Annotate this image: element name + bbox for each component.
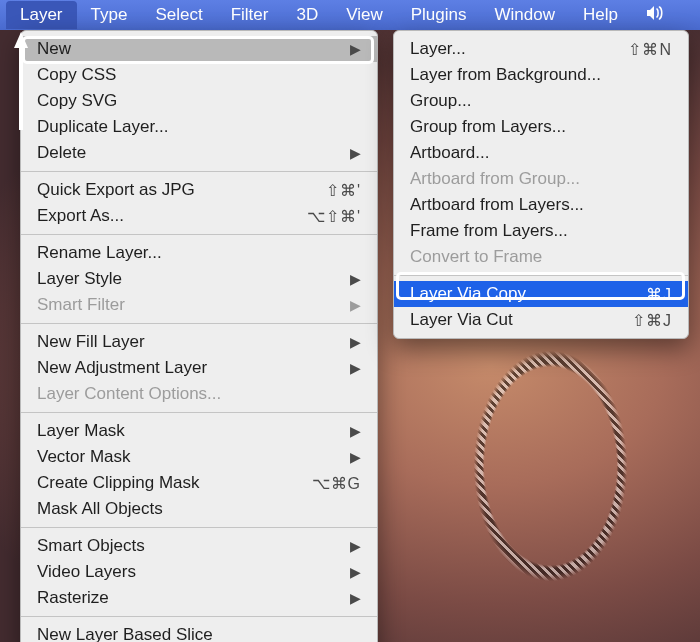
- chevron-right-icon: ▶: [350, 449, 361, 465]
- menu-item-delete[interactable]: Delete▶: [21, 140, 377, 166]
- menu-item-layer-content-options: Layer Content Options...: [21, 381, 377, 407]
- menubar-label: Filter: [231, 5, 269, 24]
- menu-item-mask-all-objects[interactable]: Mask All Objects: [21, 496, 377, 522]
- chevron-right-icon: ▶: [350, 538, 361, 554]
- menu-item-new[interactable]: New▶: [21, 36, 377, 62]
- menu-item-label: New: [37, 39, 71, 59]
- menubar-label: 3D: [296, 5, 318, 24]
- menubar-label: Layer: [20, 5, 63, 24]
- chevron-right-icon: ▶: [350, 423, 361, 439]
- menu-item-video-layers[interactable]: Video Layers▶: [21, 559, 377, 585]
- menu-item-copy-css[interactable]: Copy CSS: [21, 62, 377, 88]
- menu-item-layer-style[interactable]: Layer Style▶: [21, 266, 377, 292]
- menu-item-label: Smart Objects: [37, 536, 145, 556]
- submenu-item-layer[interactable]: Layer...⇧⌘N: [394, 36, 688, 62]
- menubar-item-plugins[interactable]: Plugins: [397, 1, 481, 29]
- submenu-item-frame-from-layers[interactable]: Frame from Layers...: [394, 218, 688, 244]
- chevron-right-icon: ▶: [350, 590, 361, 606]
- menu-shortcut: ⌥⇧⌘': [307, 207, 361, 226]
- menu-item-label: Layer Via Cut: [410, 310, 513, 330]
- menu-item-label: Layer Style: [37, 269, 122, 289]
- menu-bar: Layer Type Select Filter 3D View Plugins…: [0, 0, 700, 30]
- menubar-label: Type: [91, 5, 128, 24]
- menu-separator: [21, 616, 377, 617]
- menu-item-label: Rasterize: [37, 588, 109, 608]
- menu-item-label: Layer...: [410, 39, 466, 59]
- chevron-right-icon: ▶: [350, 334, 361, 350]
- menu-separator: [21, 323, 377, 324]
- menu-item-new-layer-based-slice[interactable]: New Layer Based Slice: [21, 622, 377, 642]
- menu-item-label: New Layer Based Slice: [37, 625, 213, 642]
- chevron-right-icon: ▶: [350, 360, 361, 376]
- menu-item-label: Group from Layers...: [410, 117, 566, 137]
- menu-shortcut: ⇧⌘J: [632, 311, 672, 330]
- menu-item-label: Artboard from Group...: [410, 169, 580, 189]
- new-submenu: Layer...⇧⌘N Layer from Background... Gro…: [393, 30, 689, 339]
- volume-icon[interactable]: [636, 1, 674, 30]
- menu-item-label: Copy SVG: [37, 91, 117, 111]
- menu-item-label: New Adjustment Layer: [37, 358, 207, 378]
- menu-item-label: Layer Via Copy: [410, 284, 526, 304]
- menu-item-smart-filter: Smart Filter▶: [21, 292, 377, 318]
- menu-item-label: Create Clipping Mask: [37, 473, 200, 493]
- menu-item-export-as[interactable]: Export As...⌥⇧⌘': [21, 203, 377, 229]
- chevron-right-icon: ▶: [350, 271, 361, 287]
- submenu-item-artboard-from-group: Artboard from Group...: [394, 166, 688, 192]
- menubar-item-filter[interactable]: Filter: [217, 1, 283, 29]
- menu-item-label: Video Layers: [37, 562, 136, 582]
- menu-item-label: Duplicate Layer...: [37, 117, 168, 137]
- chevron-right-icon: ▶: [350, 297, 361, 313]
- menubar-item-view[interactable]: View: [332, 1, 397, 29]
- menu-item-create-clipping-mask[interactable]: Create Clipping Mask⌥⌘G: [21, 470, 377, 496]
- menubar-item-layer[interactable]: Layer: [6, 1, 77, 29]
- menu-item-label: Copy CSS: [37, 65, 116, 85]
- menu-separator: [21, 234, 377, 235]
- menu-item-label: Export As...: [37, 206, 124, 226]
- submenu-item-layer-via-copy[interactable]: Layer Via Copy⌘J: [394, 281, 688, 307]
- layer-menu-dropdown: New▶ Copy CSS Copy SVG Duplicate Layer..…: [20, 30, 378, 642]
- menubar-item-help[interactable]: Help: [569, 1, 632, 29]
- menu-item-label: Quick Export as JPG: [37, 180, 195, 200]
- submenu-item-group[interactable]: Group...: [394, 88, 688, 114]
- menu-item-layer-mask[interactable]: Layer Mask▶: [21, 418, 377, 444]
- menubar-item-window[interactable]: Window: [480, 1, 568, 29]
- menu-item-quick-export[interactable]: Quick Export as JPG⇧⌘': [21, 177, 377, 203]
- menu-item-duplicate-layer[interactable]: Duplicate Layer...: [21, 114, 377, 140]
- menu-item-label: Convert to Frame: [410, 247, 542, 267]
- submenu-item-artboard[interactable]: Artboard...: [394, 140, 688, 166]
- menubar-label: Window: [494, 5, 554, 24]
- submenu-item-convert-to-frame: Convert to Frame: [394, 244, 688, 270]
- menu-item-rename-layer[interactable]: Rename Layer...: [21, 240, 377, 266]
- chevron-right-icon: ▶: [350, 41, 361, 57]
- menu-item-label: Delete: [37, 143, 86, 163]
- menu-item-new-fill-layer[interactable]: New Fill Layer▶: [21, 329, 377, 355]
- menu-item-label: Artboard...: [410, 143, 489, 163]
- menu-separator: [21, 412, 377, 413]
- menubar-label: Plugins: [411, 5, 467, 24]
- menubar-item-3d[interactable]: 3D: [282, 1, 332, 29]
- submenu-item-layer-from-background[interactable]: Layer from Background...: [394, 62, 688, 88]
- menubar-label: Help: [583, 5, 618, 24]
- menu-shortcut: ⌥⌘G: [312, 474, 361, 493]
- menubar-item-type[interactable]: Type: [77, 1, 142, 29]
- chevron-right-icon: ▶: [350, 145, 361, 161]
- menu-item-label: New Fill Layer: [37, 332, 145, 352]
- menu-shortcut: ⇧⌘N: [628, 40, 672, 59]
- menu-item-label: Layer Content Options...: [37, 384, 221, 404]
- menu-item-label: Frame from Layers...: [410, 221, 568, 241]
- menu-item-rasterize[interactable]: Rasterize▶: [21, 585, 377, 611]
- menu-item-label: Smart Filter: [37, 295, 125, 315]
- menu-item-vector-mask[interactable]: Vector Mask▶: [21, 444, 377, 470]
- menubar-label: View: [346, 5, 383, 24]
- menubar-item-select[interactable]: Select: [141, 1, 216, 29]
- menu-item-copy-svg[interactable]: Copy SVG: [21, 88, 377, 114]
- submenu-item-group-from-layers[interactable]: Group from Layers...: [394, 114, 688, 140]
- menu-item-label: Layer Mask: [37, 421, 125, 441]
- submenu-item-artboard-from-layers[interactable]: Artboard from Layers...: [394, 192, 688, 218]
- menu-separator: [394, 275, 688, 276]
- menu-item-smart-objects[interactable]: Smart Objects▶: [21, 533, 377, 559]
- menu-item-new-adjustment-layer[interactable]: New Adjustment Layer▶: [21, 355, 377, 381]
- menubar-label: Select: [155, 5, 202, 24]
- submenu-item-layer-via-cut[interactable]: Layer Via Cut⇧⌘J: [394, 307, 688, 333]
- menu-item-label: Vector Mask: [37, 447, 131, 467]
